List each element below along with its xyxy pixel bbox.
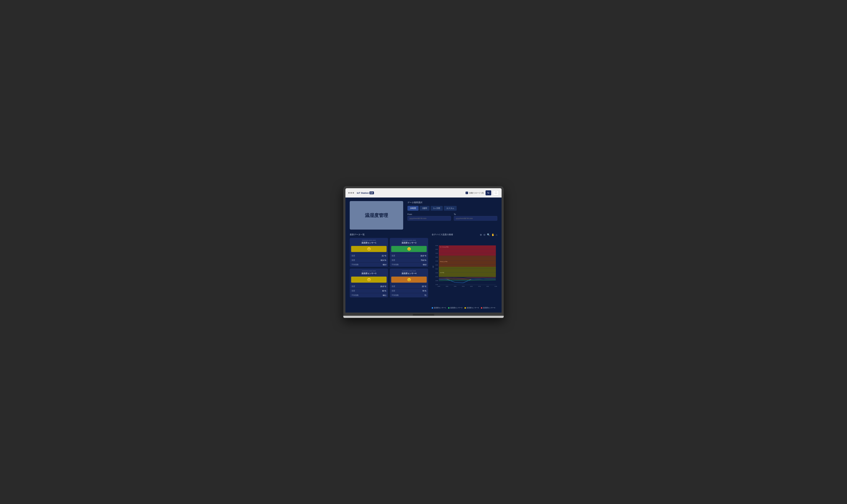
reload-button[interactable]: ↻ [485,191,491,195]
sensor-1-header: xxxxxxxx-xxxx-xxxx 温湿度センサー1 [350,238,388,246]
top-section: 温湿度管理 データ期間選択 24時間 2週間 1ヶ月間 カスタム From [350,201,497,230]
to-field: To [454,213,497,221]
temperature-chart: すべての人が不快 半分以上が不快 やや不快 50.00 [432,238,497,302]
logo-ex-badge: EX [369,192,374,194]
to-input[interactable] [454,216,497,221]
auto-reload-label: 自動リロード (9) [469,192,484,194]
legend-label-3: 温湿度センサー3 [467,307,479,309]
logo-area: IoT Station EX [357,192,374,194]
svg-text:04:00: 04:00 [470,286,472,287]
sensor-1-name: 温湿度センサー1 [351,241,386,244]
sensor-3-humidity-label: 湿度 [351,290,355,292]
legend-dot-2 [448,307,450,309]
svg-text:50.00: 50.00 [435,245,438,246]
latest-data-title: 最新データ一覧 [350,233,428,236]
sensor-1-mood: 😐 [351,246,386,252]
from-label: From [408,213,451,215]
right-panel: 全デバイス温度の推移 ⊕ ⊖ 🔍 ✋ ⌂ [432,233,497,309]
legend-item-4: 温湿度センサー4 [481,307,495,309]
sensor-4-humidity-label: 湿度 [392,290,395,292]
svg-text:29.12: 29.12 [435,268,438,269]
sensor-1-id: xxxxxxxx-xxxx-xxxx [351,239,386,241]
sensor-card-2: xxxxxxxx-xxxx-xxxx 温湿度センサー2 😐 温度 18.8 ℃ [390,238,428,267]
sensor-3-discomfort-row: 不快指数 68.1 [350,293,388,298]
period-btn-24h[interactable]: 24時間 [408,206,418,211]
sensor-2-discomfort-row: 不快指数 64.6 [390,263,428,267]
legend-label-4: 温湿度センサー4 [483,307,495,309]
laptop-screen: IoT Station EX ✓ 自動リロード (9) ↻ ⛶ [345,188,502,312]
top-bar-right: ✓ 自動リロード (9) ↻ ⛶ [466,191,499,195]
chart-controls: ⊕ ⊖ 🔍 ✋ ⌂ [480,233,497,236]
chart-title: 全デバイス温度の推移 [432,233,453,236]
svg-text:19:00: 19:00 [446,286,448,287]
sensor-3-data: 温度 20.8 ℃ 湿度 83 % 不快指数 6 [350,284,388,298]
expand-button[interactable]: ⛶ [493,191,499,195]
sensor-4-id: xxxxxxxx-xxxx-xxxx [392,270,426,272]
sensor-grid: xxxxxxxx-xxxx-xxxx 温湿度センサー1 😐 温度 21 ℃ [350,238,428,298]
period-btn-1m[interactable]: 1ヶ月間 [431,206,443,211]
data-period-section: データ期間選択 24時間 2週間 1ヶ月間 カスタム From [408,201,497,230]
svg-text:16:00: 16:00 [437,286,440,287]
top-bar: IoT Station EX ✓ 自動リロード (9) ↻ ⛶ [345,188,502,198]
laptop-base [345,312,502,316]
search-icon[interactable]: 🔍 [487,233,490,236]
period-btn-2w[interactable]: 2週間 [419,206,430,211]
dot-3 [352,192,354,194]
sensor-4-header: xxxxxxxx-xxxx-xxxx 温湿度センサー4 [390,269,428,276]
sensor-4-discomfort-row: 不快指数 71 [390,293,428,298]
from-input[interactable] [408,216,451,221]
home-icon[interactable]: ⌂ [496,233,497,236]
sensor-1-humidity-row: 湿度 82.4 % [350,258,388,263]
svg-text:32.60: 32.60 [435,265,438,266]
sensor-3-temp-row: 温度 20.8 ℃ [350,284,388,289]
period-btn-custom[interactable]: カスタム [444,206,457,211]
sensor-2-name: 温湿度センサー2 [392,241,426,244]
main-content: 温湿度管理 データ期間選択 24時間 2週間 1ヶ月間 カスタム From [345,198,502,312]
laptop-wrapper: IoT Station EX ✓ 自動リロード (9) ↻ ⛶ [343,186,504,318]
svg-text:07:00: 07:00 [478,286,481,287]
sensor-4-temp-label: 温度 [392,285,395,288]
svg-text:やや不快: やや不快 [440,272,444,273]
sensor-2-discomfort-label: 不快指数 [392,264,399,266]
svg-text:22:00: 22:00 [454,286,456,287]
auto-reload-area: ✓ 自動リロード (9) [466,192,484,194]
sensor-4-humidity-row: 湿度 76 % [390,289,428,293]
sensor-3-temp-value: 20.8 ℃ [380,286,386,287]
sensor-2-temp-row: 温度 18.8 ℃ [390,254,428,258]
sensor-4-name: 温湿度センサー4 [392,272,426,275]
zoom-out-icon[interactable]: ⊖ [483,233,485,236]
sensor-2-humidity-row: 湿度 75.8 % [390,258,428,263]
from-field: From [408,213,451,221]
legend-item-2: 温湿度センサー2 [448,307,462,309]
legend-label-2: 温湿度センサー2 [450,307,462,309]
sensor-4-discomfort-label: 不快指数 [392,294,399,296]
svg-text:10:00: 10:00 [486,286,489,287]
sensor-4-mood: 😟 [391,276,427,283]
svg-text:13:00: 13:00 [495,286,497,287]
sensor-4-temp-value: 23 ℃ [422,286,426,287]
legend-dot-4 [481,307,482,309]
sensor-1-discomfort-label: 不快指数 [351,264,359,266]
sensor-1-temp-row: 温度 21 ℃ [350,254,388,258]
sensor-2-discomfort-value: 64.6 [423,264,426,266]
legend-item-1: 温湿度センサー1 [432,307,446,309]
svg-text:半分以上が不快: 半分以上が不快 [440,261,447,262]
window-dots [348,192,354,194]
sensor-2-id: xxxxxxxx-xxxx-xxxx [392,239,426,241]
sensor-3-temp-label: 温度 [351,285,355,288]
left-panel: 最新データ一覧 xxxxxxxx-xxxx-xxxx 温湿度センサー1 😐 [350,233,428,309]
laptop-bottom [343,316,504,318]
sensor-2-header: xxxxxxxx-xxxx-xxxx 温湿度センサー2 [390,238,428,246]
sensor-3-id: xxxxxxxx-xxxx-xxxx [351,270,386,272]
pan-icon[interactable]: ✋ [491,233,495,236]
chart-container: すべての人が不快 半分以上が不快 やや不快 50.00 [432,238,497,305]
svg-rect-4 [439,267,496,277]
sensor-1-humidity-label: 湿度 [351,259,355,262]
laptop-notch [413,314,434,316]
to-label: To [454,213,497,215]
legend-item-3: 温湿度センサー3 [465,307,479,309]
zoom-in-icon[interactable]: ⊕ [480,233,482,236]
auto-reload-checkbox[interactable]: ✓ [466,192,468,194]
sensor-4-temp-row: 温度 23 ℃ [390,284,428,289]
period-section-label: データ期間選択 [408,201,497,204]
